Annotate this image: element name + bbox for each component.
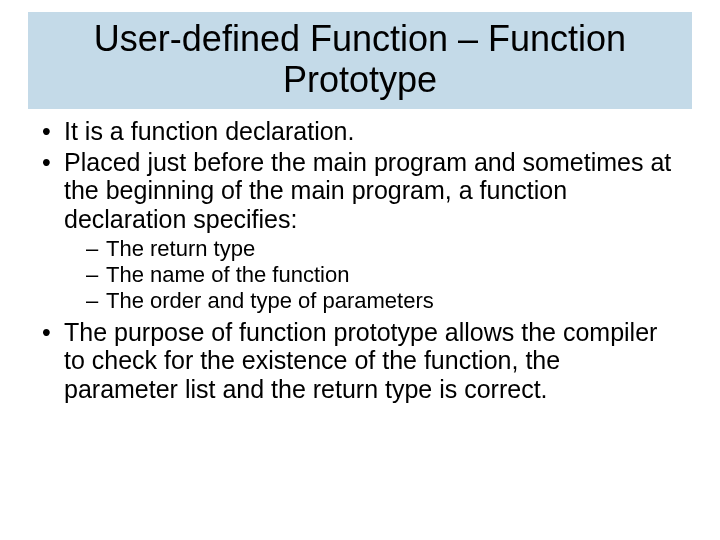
- sub-bullet-item: The name of the function: [86, 262, 680, 287]
- sub-bullet-text: The return type: [106, 236, 255, 261]
- slide-title: User-defined Function – Function Prototy…: [38, 18, 682, 101]
- bullet-text: The purpose of function prototype allows…: [64, 318, 657, 404]
- sub-bullet-item: The return type: [86, 236, 680, 261]
- bullet-item: The purpose of function prototype allows…: [40, 318, 680, 404]
- bullet-item: Placed just before the main program and …: [40, 148, 680, 314]
- title-box: User-defined Function – Function Prototy…: [28, 12, 692, 109]
- bullet-list: It is a function declaration. Placed jus…: [40, 117, 680, 404]
- bullet-text: It is a function declaration.: [64, 117, 354, 145]
- bullet-item: It is a function declaration.: [40, 117, 680, 146]
- sub-bullet-item: The order and type of parameters: [86, 288, 680, 313]
- bullet-text: Placed just before the main program and …: [64, 148, 671, 234]
- sub-bullet-list: The return type The name of the function…: [64, 236, 680, 314]
- sub-bullet-text: The name of the function: [106, 262, 349, 287]
- sub-bullet-text: The order and type of parameters: [106, 288, 434, 313]
- slide: User-defined Function – Function Prototy…: [0, 12, 720, 540]
- slide-body: It is a function declaration. Placed jus…: [40, 117, 680, 404]
